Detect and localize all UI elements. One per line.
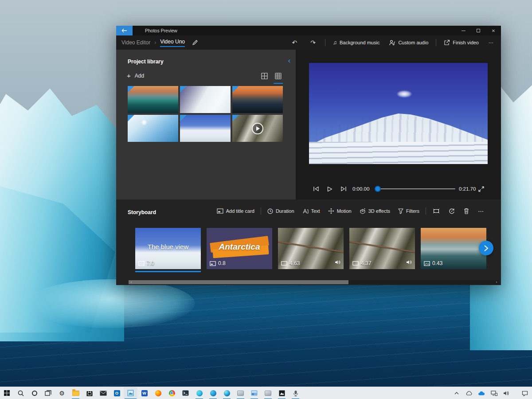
redo-button[interactable]: ↷ <box>305 39 321 46</box>
app-window-button[interactable] <box>247 387 261 399</box>
storyboard-scrollbar[interactable]: ‹ › <box>129 280 499 284</box>
previous-frame-button[interactable] <box>311 184 321 194</box>
scrollbar-thumb[interactable] <box>129 280 348 284</box>
tray-expand-button[interactable] <box>452 387 461 399</box>
onedrive-status-button[interactable] <box>465 387 473 399</box>
microsoft-store-button[interactable] <box>82 387 96 399</box>
cortana-button[interactable] <box>27 387 41 399</box>
onedrive-button[interactable] <box>477 387 486 399</box>
finish-video-button[interactable]: Finish video <box>440 37 483 48</box>
seek-thumb[interactable] <box>375 186 381 192</box>
scroll-right-arrow[interactable]: › <box>494 280 499 284</box>
fullscreen-button[interactable] <box>476 184 486 194</box>
duration-button[interactable]: Duration <box>264 205 298 217</box>
large-grid-view-button[interactable] <box>260 72 269 83</box>
library-thumb-iceberg-blue-slope[interactable] <box>128 115 178 142</box>
mail-button[interactable] <box>96 387 110 399</box>
3d-effects-button[interactable]: 3D effects <box>356 205 394 217</box>
add-title-card-button[interactable]: Add title card <box>213 205 258 217</box>
thumbnail-image <box>232 86 283 113</box>
word-button[interactable]: W <box>137 387 151 399</box>
gear-icon: ⚙ <box>59 390 65 397</box>
back-button[interactable] <box>116 26 133 35</box>
maximize-button[interactable] <box>471 26 486 35</box>
edge-beta-button[interactable] <box>206 387 220 399</box>
small-grid-view-button[interactable] <box>274 72 282 83</box>
edge-canary-button[interactable] <box>220 387 234 399</box>
windows-logo-icon <box>4 390 10 396</box>
action-center-icon <box>522 391 528 396</box>
clip-the-blue-view[interactable]: The blue view 7.0 <box>135 228 201 269</box>
clip-duration-badge: 0.8 <box>210 260 226 266</box>
collapse-library-button[interactable]: ‹ <box>288 57 290 65</box>
more-options-button[interactable]: ⋯ <box>485 37 497 48</box>
app-generic-1-button[interactable] <box>234 387 247 399</box>
scroll-left-arrow[interactable]: ‹ <box>129 280 133 284</box>
terminal-button[interactable] <box>179 387 192 399</box>
play-button[interactable] <box>325 184 335 194</box>
undo-icon: ↶ <box>292 39 297 46</box>
video-preview[interactable] <box>309 63 488 164</box>
seek-bar[interactable] <box>376 188 455 189</box>
delete-button[interactable] <box>460 205 473 217</box>
clip-waterfall-video-2[interactable]: 4.37 <box>349 228 415 269</box>
chevron-left-icon: ‹ <box>288 57 290 64</box>
minimize-button[interactable] <box>456 26 471 35</box>
rename-project-button[interactable] <box>192 39 198 46</box>
volume-button[interactable] <box>502 387 511 399</box>
app-window-icon <box>251 390 258 396</box>
background-music-button[interactable]: ♫ Background music <box>329 37 384 48</box>
text-button[interactable]: Text <box>299 205 324 217</box>
filters-button[interactable]: Filters <box>395 205 423 217</box>
network-button[interactable] <box>489 387 498 399</box>
photos-app-button[interactable] <box>124 387 137 399</box>
add-label: Add <box>135 73 144 79</box>
library-thumb-rocky-waterfall-video[interactable] <box>232 115 283 142</box>
file-explorer-button[interactable] <box>69 387 82 399</box>
firefox-button[interactable] <box>151 387 165 399</box>
breadcrumb-video-editor[interactable]: Video Editor <box>121 39 150 46</box>
library-thumb-iceberg-sunset-teal[interactable] <box>128 86 178 113</box>
task-view-button[interactable] <box>41 387 55 399</box>
title-card-icon <box>217 208 223 214</box>
wallpaper-iceberg-base <box>27 279 195 328</box>
resize-button[interactable] <box>429 205 444 217</box>
breadcrumb-project-name[interactable]: Video Uno <box>160 39 185 47</box>
close-icon: ✕ <box>492 28 495 33</box>
library-thumb-iceberg-closeup[interactable] <box>180 86 231 113</box>
storyboard-more-button[interactable]: ⋯ <box>474 205 488 217</box>
chrome-button[interactable] <box>165 387 179 399</box>
next-frame-button[interactable] <box>338 184 349 194</box>
play-icon <box>327 186 332 192</box>
edge-button[interactable] <box>192 387 206 399</box>
edge-beta-icon <box>210 390 216 396</box>
search-button[interactable] <box>14 387 27 399</box>
app-generic-2-button[interactable] <box>261 387 275 399</box>
plus-icon: + <box>127 72 131 79</box>
motion-button[interactable]: Motion <box>325 205 355 217</box>
next-frame-icon <box>340 186 347 192</box>
custom-audio-button[interactable]: Custom audio <box>385 37 432 48</box>
titlebar[interactable]: Photos Preview ✕ <box>116 26 501 35</box>
clip-iceberg-sunset[interactable]: 0.43 <box>421 228 486 269</box>
start-button[interactable] <box>0 387 14 399</box>
undo-button[interactable]: ↶ <box>286 39 303 46</box>
library-thumb-iceberg-sunset-dark[interactable] <box>232 86 283 113</box>
rotate-button[interactable] <box>445 205 459 217</box>
settings-button[interactable]: ⚙ <box>55 387 69 399</box>
previous-frame-icon <box>313 186 319 192</box>
action-center-button[interactable] <box>520 387 529 399</box>
clip-antarctica-title-card[interactable]: Antarctica 0.8 <box>207 228 272 269</box>
clip-waterfall-video-1[interactable]: 4.63 <box>278 228 344 269</box>
photos-legacy-button[interactable] <box>275 387 289 399</box>
library-thumb-snow-mountain[interactable] <box>180 115 231 142</box>
ellipsis-icon: ⋯ <box>489 40 493 46</box>
export-icon <box>444 39 450 46</box>
feedback-hub-button[interactable] <box>289 387 302 399</box>
scroll-next-button[interactable] <box>479 241 493 255</box>
clip-duration: 4.63 <box>289 260 300 266</box>
outlook-button[interactable]: O <box>110 387 124 399</box>
clock-icon <box>267 208 273 214</box>
add-media-button[interactable]: + Add <box>127 72 144 79</box>
close-button[interactable]: ✕ <box>486 26 501 35</box>
